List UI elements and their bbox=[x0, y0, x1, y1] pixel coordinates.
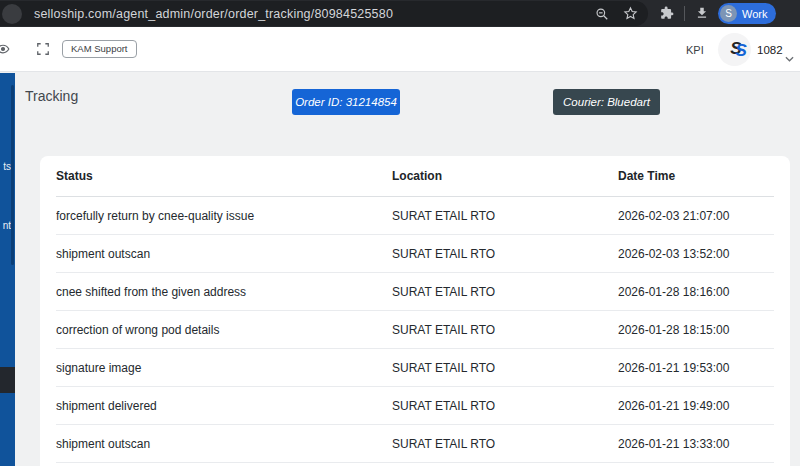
zoom-icon[interactable] bbox=[595, 7, 609, 21]
table-header-row: Status Location Date Time bbox=[56, 156, 774, 197]
sidebar-scrollbar[interactable] bbox=[11, 85, 14, 265]
status-cell: forcefully return by cnee-quality issue bbox=[56, 209, 392, 223]
column-header-datetime: Date Time bbox=[618, 169, 774, 183]
datetime-cell: 2026-01-21 13:33:00 bbox=[618, 437, 774, 451]
url-text[interactable]: selloship.com/agent_admin/order/order_tr… bbox=[34, 7, 393, 21]
sidebar[interactable]: ts nt bbox=[0, 73, 15, 466]
datetime-cell: 2026-02-03 13:52:00 bbox=[618, 247, 774, 261]
datetime-cell: 2026-01-28 18:15:00 bbox=[618, 323, 774, 337]
location-cell: SURAT ETAIL RTO bbox=[392, 399, 618, 413]
order-id-button[interactable]: Order ID: 31214854 bbox=[292, 89, 400, 115]
status-cell: signature image bbox=[56, 361, 392, 375]
status-cell: cnee shifted from the given address bbox=[56, 285, 392, 299]
toolbar-divider bbox=[684, 6, 685, 21]
status-cell: shipment outscan bbox=[56, 437, 392, 451]
table-row: shipment outscan SURAT ETAIL RTO 2026-01… bbox=[56, 425, 774, 463]
page-title: Tracking bbox=[25, 88, 78, 104]
table-row: forcefully return by cnee-quality issue … bbox=[56, 197, 774, 235]
datetime-cell: 2026-01-21 19:53:00 bbox=[618, 361, 774, 375]
location-cell: SURAT ETAIL RTO bbox=[392, 247, 618, 261]
selloship-logo[interactable]: S S bbox=[718, 33, 751, 66]
table-row: shipment outscan SURAT ETAIL RTO 2026-02… bbox=[56, 235, 774, 273]
table-row: shipment delivered SURAT ETAIL RTO 2026-… bbox=[56, 387, 774, 425]
table-row: correction of wrong pod details SURAT ET… bbox=[56, 311, 774, 349]
fullscreen-icon[interactable] bbox=[36, 42, 50, 60]
bookmark-star-icon[interactable] bbox=[623, 6, 638, 21]
content-area: ts nt Tracking Order ID: 31214854 Courie… bbox=[0, 73, 800, 466]
column-header-location: Location bbox=[392, 169, 618, 183]
table-row: signature image SURAT ETAIL RTO 2026-01-… bbox=[56, 349, 774, 387]
column-header-status: Status bbox=[56, 169, 392, 183]
site-info-icon[interactable] bbox=[2, 4, 22, 24]
location-cell: SURAT ETAIL RTO bbox=[392, 437, 618, 451]
sidebar-item-partial-1[interactable]: ts bbox=[3, 161, 11, 172]
sidebar-active-item[interactable] bbox=[0, 367, 15, 393]
tracking-card: Status Location Date Time forcefully ret… bbox=[40, 156, 790, 466]
avatar: S bbox=[720, 5, 737, 22]
app-header: KAM Support KPI S S 1082 bbox=[0, 27, 800, 72]
browser-toolbar: selloship.com/agent_admin/order/order_tr… bbox=[0, 0, 800, 27]
location-cell: SURAT ETAIL RTO bbox=[392, 361, 618, 375]
logo-letter-blue: S bbox=[736, 41, 739, 61]
status-cell: correction of wrong pod details bbox=[56, 323, 392, 337]
kpi-link[interactable]: KPI bbox=[686, 44, 704, 56]
account-number[interactable]: 1082 bbox=[757, 44, 783, 56]
chevron-down-icon[interactable] bbox=[785, 48, 794, 66]
extensions-icon[interactable] bbox=[660, 6, 674, 20]
sidebar-item-partial-2[interactable]: nt bbox=[3, 220, 11, 231]
eye-icon[interactable] bbox=[0, 42, 11, 60]
download-icon[interactable] bbox=[695, 6, 709, 20]
datetime-cell: 2026-01-28 18:16:00 bbox=[618, 285, 774, 299]
status-cell: shipment delivered bbox=[56, 399, 392, 413]
profile-button[interactable]: S Work bbox=[718, 3, 776, 24]
courier-button[interactable]: Courier: Bluedart bbox=[553, 89, 660, 115]
logo-letter-dark: S bbox=[730, 39, 733, 59]
address-bar[interactable]: selloship.com/agent_admin/order/order_tr… bbox=[0, 1, 648, 26]
main-panel: Tracking Order ID: 31214854 Courier: Blu… bbox=[15, 73, 800, 466]
datetime-cell: 2026-02-03 21:07:00 bbox=[618, 209, 774, 223]
status-cell: shipment outscan bbox=[56, 247, 392, 261]
profile-label: Work bbox=[742, 8, 767, 20]
table-row: cnee shifted from the given address SURA… bbox=[56, 273, 774, 311]
location-cell: SURAT ETAIL RTO bbox=[392, 323, 618, 337]
location-cell: SURAT ETAIL RTO bbox=[392, 209, 618, 223]
datetime-cell: 2026-01-21 19:49:00 bbox=[618, 399, 774, 413]
location-cell: SURAT ETAIL RTO bbox=[392, 285, 618, 299]
kam-support-button[interactable]: KAM Support bbox=[62, 40, 137, 58]
